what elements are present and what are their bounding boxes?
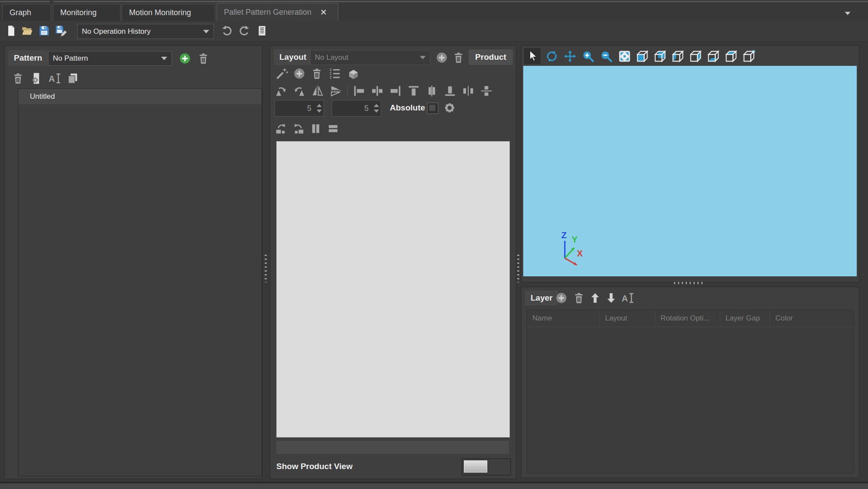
spin-up-icon[interactable]: [317, 104, 322, 107]
layer-panel-title: Layer: [525, 291, 558, 305]
count-y-spinner[interactable]: 5: [332, 100, 381, 117]
view-back-icon[interactable]: [653, 49, 667, 64]
add-product-icon[interactable]: [293, 68, 305, 80]
rotate-block-ccw-icon[interactable]: [275, 122, 288, 135]
magic-wand-icon[interactable]: [275, 67, 288, 80]
pattern-item-label: Untitled: [30, 92, 55, 100]
view-isometric-icon[interactable]: [742, 49, 756, 64]
save-icon[interactable]: [38, 25, 50, 37]
align-center-icon[interactable]: [371, 84, 384, 97]
distribute-vertical-icon[interactable]: [480, 84, 493, 97]
pattern-panel-title: Pattern: [8, 50, 48, 66]
splitter-right-grip[interactable]: [517, 255, 519, 282]
layout-canvas[interactable]: [276, 141, 510, 437]
zoom-fit-icon[interactable]: [618, 50, 631, 63]
zoom-out-icon[interactable]: [600, 50, 613, 63]
tab-graph[interactable]: Graph: [2, 4, 51, 21]
tab-motion-monitoring[interactable]: Motion Monitoring: [122, 4, 215, 21]
tab-label: Monitoring: [60, 8, 97, 17]
spin-down-icon[interactable]: [317, 110, 322, 113]
rotate-ccw-icon[interactable]: [275, 84, 288, 97]
layout-dropdown[interactable]: No Layout: [310, 50, 431, 65]
axis-gizmo: Z Y X: [557, 231, 589, 269]
redo-icon[interactable]: [238, 25, 250, 37]
spinner-arrows[interactable]: [315, 100, 324, 116]
tabbar-top-divider: [0, 1, 50, 2]
pan-icon[interactable]: [564, 50, 577, 63]
delete-item-icon[interactable]: [12, 72, 24, 85]
count-x-spinner[interactable]: 5: [275, 100, 324, 117]
splitter-left-grip[interactable]: [265, 255, 267, 282]
align-top-icon[interactable]: [407, 84, 420, 97]
orbit-icon[interactable]: [545, 50, 558, 63]
move-layer-up-icon[interactable]: [589, 291, 601, 304]
toggle-knob[interactable]: [464, 460, 487, 473]
column-header-layout: Layout: [600, 310, 655, 327]
delete-layout-icon[interactable]: [452, 51, 465, 64]
view-left-icon[interactable]: [670, 49, 685, 64]
spinner-arrows[interactable]: [372, 100, 381, 116]
view-top-icon[interactable]: [724, 49, 738, 64]
align-bottom-icon[interactable]: [444, 84, 457, 97]
show-product-view-toggle[interactable]: [462, 458, 511, 476]
show-product-view-label: Show Product View: [276, 462, 353, 471]
pattern-dropdown[interactable]: No Pattern: [48, 51, 172, 66]
align-right-icon[interactable]: [389, 84, 402, 97]
duplicate-icon[interactable]: [66, 72, 79, 85]
delete-layer-icon[interactable]: [573, 291, 585, 304]
layout-dropdown-value: No Layout: [315, 53, 349, 62]
operation-history-value: No Operation History: [82, 27, 151, 36]
rename-icon[interactable]: A: [48, 72, 61, 85]
mirror-horizontal-icon[interactable]: [311, 84, 324, 97]
splitter-horizontal-grip[interactable]: [674, 282, 703, 284]
pallet-box-icon[interactable]: [347, 67, 360, 80]
layer-table[interactable]: Name Layout Rotation Opti... Layer Gap C…: [527, 310, 854, 473]
generate-settings-icon[interactable]: [30, 72, 43, 85]
delete-product-icon[interactable]: [311, 67, 323, 80]
distribute-horizontal-icon[interactable]: [462, 84, 475, 97]
column-header-color: Color: [770, 310, 853, 327]
snap-flower-icon[interactable]: [444, 102, 456, 114]
align-left-icon[interactable]: [353, 84, 366, 97]
add-layout-icon[interactable]: [436, 52, 448, 64]
save-as-icon[interactable]: [55, 25, 67, 37]
pattern-list[interactable]: Untitled: [18, 88, 262, 476]
rotate-block-cw-icon[interactable]: [292, 122, 305, 135]
operation-history-dropdown[interactable]: No Operation History: [77, 24, 214, 39]
dropdown-arrow-icon: [161, 57, 167, 60]
mirror-vertical-icon[interactable]: [329, 84, 342, 97]
view-bottom-icon[interactable]: [706, 49, 721, 64]
interlock-rows-icon[interactable]: [327, 122, 340, 135]
move-layer-down-icon[interactable]: [605, 291, 617, 304]
view-front-icon[interactable]: [635, 49, 650, 64]
spin-up-icon[interactable]: [374, 104, 379, 107]
product-button[interactable]: Product: [469, 49, 513, 65]
tab-monitoring[interactable]: Monitoring: [53, 4, 120, 21]
view-right-icon[interactable]: [688, 49, 703, 64]
add-pattern-icon[interactable]: [179, 52, 191, 65]
ordered-list-icon[interactable]: [328, 67, 341, 80]
new-file-icon[interactable]: [5, 25, 17, 37]
interlock-columns-icon[interactable]: [309, 122, 322, 135]
svg-text:Y: Y: [572, 235, 578, 244]
operation-log-icon[interactable]: [256, 25, 268, 37]
absolute-checkbox[interactable]: [427, 103, 438, 114]
rotate-cw-icon[interactable]: [293, 84, 306, 97]
checkbox-fill: [429, 105, 435, 111]
tab-overflow-icon[interactable]: [842, 9, 853, 18]
close-tab-icon[interactable]: [319, 8, 328, 16]
tab-pallet-pattern-generation[interactable]: Pallet Pattern Generation: [217, 3, 338, 21]
tabbar-top-divider: [53, 1, 868, 2]
open-folder-icon[interactable]: [21, 25, 34, 37]
add-layer-icon[interactable]: [555, 292, 567, 304]
select-cursor-icon[interactable]: [526, 49, 539, 62]
spin-down-icon[interactable]: [374, 110, 379, 113]
rename-layer-icon[interactable]: A: [621, 291, 634, 304]
undo-icon[interactable]: [221, 25, 233, 37]
delete-pattern-icon[interactable]: [197, 52, 210, 65]
viewport-3d[interactable]: Z Y X: [523, 66, 857, 276]
zoom-in-icon[interactable]: [582, 50, 595, 63]
align-middle-icon[interactable]: [425, 84, 438, 97]
pattern-list-item[interactable]: Untitled: [18, 89, 262, 104]
absolute-label: Absolute: [390, 103, 425, 113]
